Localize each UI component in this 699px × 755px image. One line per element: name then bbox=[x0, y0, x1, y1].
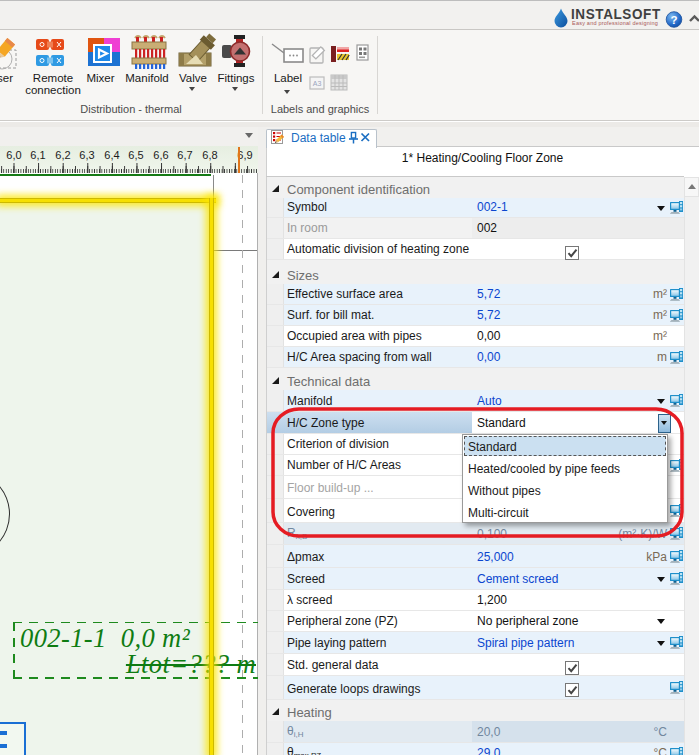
svg-text:?: ? bbox=[670, 14, 677, 26]
svg-text:A3: A3 bbox=[313, 80, 322, 87]
